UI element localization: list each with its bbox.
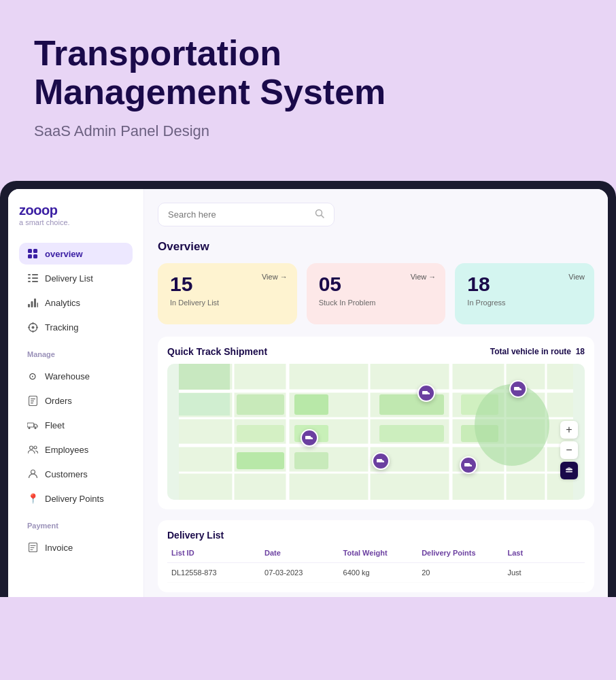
svg-point-70 [377, 462, 379, 464]
sidebar-item-orders[interactable]: Orders [19, 390, 133, 411]
sidebar: zooop a smart choice. overview [8, 189, 144, 597]
sidebar-item-delivery-points[interactable]: 📍 Delivery Points [19, 488, 133, 509]
col-date: Date [264, 549, 338, 557]
svg-rect-3 [33, 254, 37, 258]
hero-title: Transportation Management System [34, 34, 582, 112]
map-section: Quick Track Shipment Total vehicle in ro… [158, 337, 594, 509]
progress-count: 18 [467, 274, 582, 294]
svg-rect-12 [34, 299, 36, 307]
sidebar-label-delivery-list: Delivery List [45, 273, 93, 284]
payment-section-label: Payment [19, 512, 133, 534]
zoom-out-button[interactable]: − [560, 441, 578, 459]
map-title: Quick Track Shipment [167, 346, 267, 357]
svg-point-28 [34, 446, 37, 449]
map-layer-button[interactable] [560, 462, 578, 479]
sidebar-item-overview[interactable]: overview [19, 243, 133, 265]
svg-rect-69 [377, 459, 382, 462]
svg-rect-7 [32, 277, 38, 279]
view-delivery-link[interactable]: View → [262, 273, 288, 281]
orders-icon [27, 395, 38, 406]
logo-tagline: a smart choice. [19, 218, 133, 226]
table-row[interactable]: DL12558-873 07-03-2023 6400 kg 20 Just [167, 563, 585, 583]
cell-last: Just [507, 568, 581, 577]
sidebar-item-employees[interactable]: Employees [19, 439, 133, 460]
svg-rect-6 [28, 277, 31, 279]
cell-date: 07-03-2023 [264, 568, 338, 577]
svg-rect-21 [31, 398, 35, 399]
map-meta: Total vehicle in route 18 [490, 347, 585, 356]
svg-point-26 [35, 427, 37, 429]
svg-rect-0 [28, 249, 32, 253]
sidebar-item-warehouse[interactable]: ⊙ Warehouse [19, 365, 133, 387]
sidebar-item-fleet[interactable]: Fleet [19, 414, 133, 436]
stat-card-delivery[interactable]: View → 15 In Delivery List [158, 263, 297, 324]
delivery-list-title: Delivery List [167, 530, 585, 541]
cell-weight: 6400 kg [343, 568, 417, 577]
zoom-in-button[interactable]: + [560, 421, 578, 439]
sidebar-item-tracking[interactable]: Tracking [19, 316, 133, 338]
device-frame: zooop a smart choice. overview [0, 181, 616, 597]
svg-point-68 [311, 439, 313, 441]
search-box[interactable] [158, 203, 335, 226]
svg-line-35 [322, 216, 324, 218]
manage-section-label: Manage [19, 341, 133, 362]
stat-card-progress[interactable]: View 18 In Progress [455, 263, 594, 324]
sidebar-label-employees: Employees [45, 445, 88, 455]
view-progress-link[interactable]: View [568, 273, 585, 281]
svg-rect-8 [28, 281, 31, 282]
svg-rect-33 [30, 549, 33, 550]
search-icon [315, 209, 324, 220]
delivery-points-icon: 📍 [27, 493, 38, 504]
stat-card-stuck[interactable]: View → 05 Stuck In Problem [307, 263, 446, 324]
delivery-label: In Delivery List [170, 299, 285, 307]
hero-subtitle: SaaS Admin Panel Design [34, 122, 582, 140]
warehouse-icon: ⊙ [27, 371, 38, 381]
svg-rect-63 [514, 387, 519, 390]
svg-rect-59 [179, 393, 230, 415]
svg-rect-51 [379, 394, 444, 415]
svg-rect-76 [566, 471, 572, 473]
svg-rect-2 [28, 254, 32, 258]
analytics-icon [27, 297, 38, 308]
sidebar-label-analytics: Analytics [45, 298, 80, 308]
svg-rect-49 [294, 394, 328, 415]
delivery-section: Delivery List List ID Date Total Weight … [158, 520, 594, 592]
overview-cards: View → 15 In Delivery List View → 05 Stu… [158, 263, 594, 324]
truck-pin-5[interactable] [460, 456, 477, 474]
col-list-id: List ID [171, 549, 259, 557]
svg-point-29 [31, 470, 35, 474]
stuck-label: Stuck In Problem [319, 299, 434, 307]
svg-rect-24 [27, 423, 34, 427]
svg-point-15 [31, 326, 34, 328]
sidebar-item-invoice[interactable]: Invoice [19, 537, 133, 558]
svg-rect-13 [37, 303, 38, 307]
svg-rect-48 [237, 425, 284, 442]
svg-point-25 [29, 427, 31, 429]
svg-point-61 [424, 394, 425, 396]
page-title: Overview [158, 240, 594, 254]
customers-icon [27, 469, 38, 479]
sidebar-label-delivery-points: Delivery Points [45, 494, 104, 504]
svg-point-27 [29, 446, 33, 449]
device-inner: zooop a smart choice. overview [8, 189, 608, 597]
svg-point-64 [515, 390, 517, 392]
sidebar-item-customers[interactable]: Customers [19, 463, 133, 485]
sidebar-label-fleet: Fleet [45, 420, 65, 430]
sidebar-item-delivery-list[interactable]: Delivery List [19, 267, 133, 289]
sidebar-item-analytics[interactable]: Analytics [19, 292, 133, 313]
logo-area: zooop a smart choice. [19, 203, 133, 226]
main-content: Overview View → 15 In Delivery List View… [144, 189, 608, 597]
search-input[interactable] [168, 209, 309, 220]
progress-label: In Progress [467, 299, 582, 307]
invoice-icon [27, 542, 38, 553]
svg-rect-56 [294, 452, 328, 469]
list-icon [27, 273, 38, 284]
sidebar-label-warehouse: Warehouse [45, 371, 90, 381]
fleet-icon [27, 420, 38, 430]
svg-point-74 [470, 466, 471, 468]
view-stuck-link[interactable]: View → [411, 273, 437, 281]
svg-point-62 [428, 394, 430, 396]
app-layout: zooop a smart choice. overview [8, 189, 608, 597]
svg-rect-4 [28, 274, 31, 275]
svg-rect-22 [31, 401, 34, 401]
